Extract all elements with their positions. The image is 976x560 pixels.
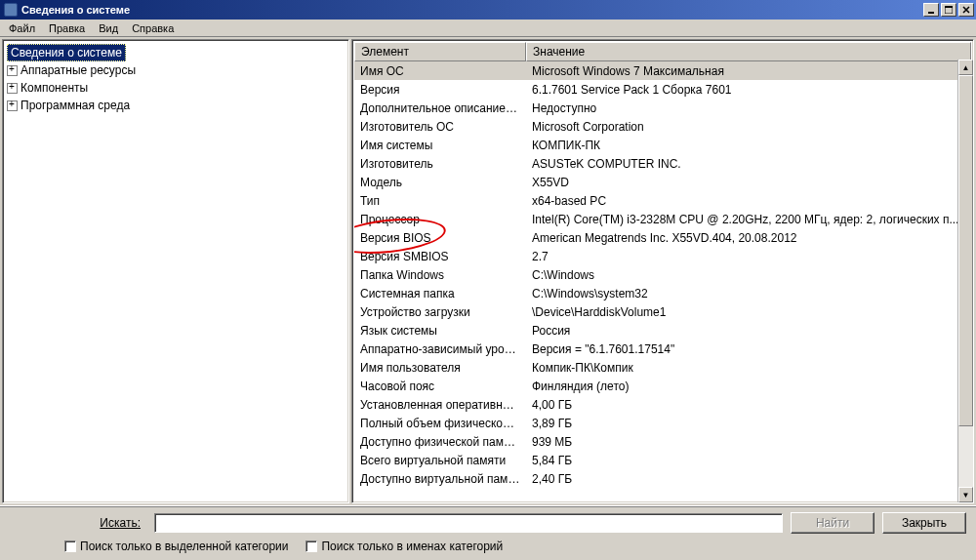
cell-value: 5,84 ГБ (526, 454, 971, 467)
maximize-icon (945, 6, 953, 14)
tree-item[interactable]: Компоненты (7, 79, 345, 97)
tree-item[interactable]: Аппаратные ресурсы (7, 61, 345, 79)
column-header-element[interactable]: Элемент (354, 42, 526, 61)
svg-rect-2 (945, 6, 953, 8)
table-row[interactable]: Язык системыРоссия (354, 321, 971, 340)
app-icon (4, 3, 18, 17)
table-row[interactable]: Типx64-based PC (354, 191, 971, 210)
cell-element: Устройство загрузки (354, 305, 526, 319)
table-row[interactable]: ПроцессорIntel(R) Core(TM) i3-2328M CPU … (354, 210, 971, 228)
table-row[interactable]: Установленная оперативная п...4,00 ГБ (354, 395, 971, 414)
table-row[interactable]: Часовой поясФинляндия (лето) (354, 377, 971, 395)
tree-root[interactable]: Сведения о системе (7, 44, 126, 61)
table-row[interactable]: Версия SMBIOS2.7 (354, 247, 971, 265)
table-row[interactable]: Версия BIOSAmerican Megatrends Inc. X55V… (354, 228, 971, 247)
cell-element: Версия SMBIOS (354, 250, 526, 263)
checkbox-names-only[interactable]: Поиск только в именах категорий (305, 540, 503, 553)
cell-value: x64-based PC (526, 194, 971, 208)
table-row[interactable]: Всего виртуальной памяти5,84 ГБ (354, 451, 971, 469)
table-row[interactable]: Имя пользователяКомпик-ПК\Компик (354, 358, 971, 377)
cell-element: Дополнительное описание ОС (354, 101, 526, 115)
minimize-icon (927, 6, 935, 14)
cell-element: Имя системы (354, 139, 526, 152)
cell-element: Изготовитель ОС (354, 120, 526, 134)
maximize-button[interactable] (941, 3, 956, 17)
search-input[interactable] (154, 513, 783, 533)
cell-element: Модель (354, 176, 526, 189)
checkbox-icon (305, 540, 317, 552)
cell-element: Часовой пояс (354, 380, 526, 393)
right-pane: Элемент Значение Имя ОСMicrosoft Windows… (351, 39, 974, 503)
menu-view[interactable]: Вид (92, 21, 125, 35)
table-row[interactable]: Версия6.1.7601 Service Pack 1 Сборка 760… (354, 80, 971, 99)
cell-element: Всего виртуальной памяти (354, 454, 526, 467)
table-row[interactable]: Системная папкаC:\Windows\system32 (354, 284, 971, 302)
table-header: Элемент Значение (354, 42, 971, 61)
cell-element: Процессор (354, 213, 526, 226)
cell-value: 2,40 ГБ (526, 472, 971, 486)
table-row[interactable]: Аппаратно-зависимый уровен...Версия = "6… (354, 340, 971, 358)
table-row[interactable]: Изготовитель ОСMicrosoft Corporation (354, 117, 971, 136)
cell-element: Доступно физической памяти (354, 435, 526, 449)
content-area: Сведения о системе Аппаратные ресурсыКом… (0, 37, 976, 503)
title-bar: Сведения о системе (0, 0, 976, 20)
checkbox-icon (64, 540, 76, 552)
checkbox-selected-category[interactable]: Поиск только в выделенной категории (64, 540, 288, 553)
cell-value: 3,89 ГБ (526, 417, 971, 430)
table-row[interactable]: Устройство загрузки\Device\HarddiskVolum… (354, 302, 971, 321)
cell-value: Россия (526, 324, 971, 338)
tree-item[interactable]: Программная среда (7, 97, 345, 114)
cell-element: Изготовитель (354, 157, 526, 171)
cell-value: 6.1.7601 Service Pack 1 Сборка 7601 (526, 83, 971, 97)
menu-file[interactable]: Файл (2, 21, 42, 35)
cell-element: Установленная оперативная п... (354, 398, 526, 412)
cell-value: C:\Windows (526, 268, 971, 282)
cell-element: Папка Windows (354, 268, 526, 282)
cell-value: Intel(R) Core(TM) i3-2328M CPU @ 2.20GHz… (526, 213, 971, 226)
search-label: Искать: (10, 516, 146, 530)
minimize-button[interactable] (923, 3, 939, 17)
category-tree[interactable]: Сведения о системе Аппаратные ресурсыКом… (5, 42, 346, 116)
cell-element: Язык системы (354, 324, 526, 338)
find-button[interactable]: Найти (791, 512, 874, 534)
cell-value: X55VD (526, 176, 971, 189)
table-row[interactable]: Папка WindowsC:\Windows (354, 265, 971, 284)
cell-value: ASUSTeK COMPUTER INC. (526, 157, 971, 171)
cell-value: Недоступно (526, 101, 971, 115)
table-row[interactable]: МодельX55VD (354, 173, 971, 191)
table-row[interactable]: Дополнительное описание ОСНедоступно (354, 99, 971, 117)
window-buttons (923, 3, 974, 17)
table-row[interactable]: Имя ОСMicrosoft Windows 7 Максимальная (354, 61, 971, 80)
table-body: Имя ОСMicrosoft Windows 7 МаксимальнаяВе… (354, 61, 971, 500)
cell-value: Microsoft Windows 7 Максимальная (526, 64, 971, 78)
cell-element: Аппаратно-зависимый уровен... (354, 342, 526, 356)
search-panel: Искать: Найти Закрыть Поиск только в выд… (0, 505, 976, 560)
window-title: Сведения о системе (21, 4, 923, 16)
scroll-up-arrow[interactable]: ▲ (958, 60, 973, 75)
cell-element: Версия BIOS (354, 231, 526, 245)
table-row[interactable]: Имя системыКОМПИК-ПК (354, 136, 971, 154)
table-row[interactable]: Доступно виртуальной памяти2,40 ГБ (354, 469, 971, 488)
cell-value: Финляндия (лето) (526, 380, 971, 393)
table-row[interactable]: ИзготовительASUSTeK COMPUTER INC. (354, 154, 971, 173)
cell-element: Тип (354, 194, 526, 208)
menu-edit[interactable]: Правка (42, 21, 92, 35)
cell-element: Имя ОС (354, 64, 526, 78)
cell-value: \Device\HarddiskVolume1 (526, 305, 971, 319)
menu-help[interactable]: Справка (125, 21, 181, 35)
scroll-down-arrow[interactable]: ▼ (958, 487, 973, 502)
svg-rect-0 (928, 12, 934, 14)
cell-element: Имя пользователя (354, 361, 526, 375)
cell-element: Версия (354, 83, 526, 97)
column-header-value[interactable]: Значение (526, 42, 971, 61)
cell-value: American Megatrends Inc. X55VD.404, 20.0… (526, 231, 971, 245)
table-row[interactable]: Полный объем физической па...3,89 ГБ (354, 414, 971, 432)
table-row[interactable]: Доступно физической памяти939 МБ (354, 432, 971, 451)
left-pane: Сведения о системе Аппаратные ресурсыКом… (2, 39, 349, 503)
close-search-button[interactable]: Закрыть (882, 512, 966, 534)
close-button[interactable] (958, 3, 974, 17)
scroll-thumb[interactable] (958, 75, 973, 426)
cell-element: Системная папка (354, 287, 526, 300)
vertical-scrollbar[interactable]: ▲ ▼ (957, 60, 973, 502)
cell-value: 4,00 ГБ (526, 398, 971, 412)
